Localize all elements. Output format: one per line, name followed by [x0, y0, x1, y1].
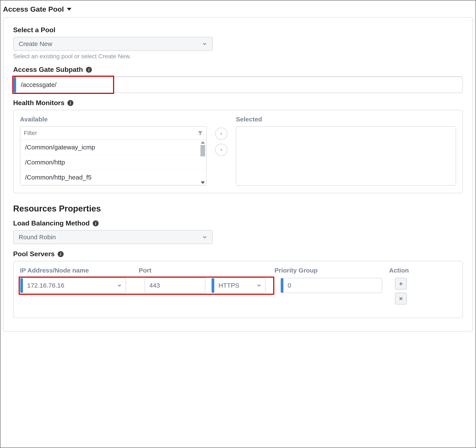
chevron-down-icon [202, 234, 207, 240]
server-priority-input[interactable] [283, 282, 382, 289]
col-header-priority: Priority Group [274, 267, 389, 274]
filter-icon[interactable] [197, 130, 203, 136]
col-header-action: Action [389, 267, 456, 274]
col-header-port: Port [139, 267, 274, 274]
info-icon[interactable]: i [86, 67, 92, 73]
required-marker [20, 278, 23, 293]
chevron-down-icon [202, 41, 207, 47]
lb-method-label-text: Load Balancing Method [13, 219, 90, 227]
available-items: /Common/gateway_icmp /Common/http /Commo… [20, 140, 206, 185]
scroll-down-icon[interactable] [201, 181, 205, 184]
pool-select-label-text: Select a Pool [13, 26, 55, 34]
monitors-dual-list: Available /Common/gateway_icmp /Common/h… [13, 110, 463, 193]
selected-label: Selected [236, 116, 456, 123]
subpath-label-text: Access Gate Subpath [13, 66, 83, 73]
filter-row [20, 127, 206, 140]
server-protocol-value: HTTPS [214, 282, 265, 289]
scroll-up-icon[interactable] [201, 141, 205, 144]
servers-table: IP Address/Node name Port Priority Group… [13, 261, 463, 318]
available-label: Available [20, 116, 207, 123]
servers-label-text: Pool Servers [13, 250, 55, 258]
section-header[interactable]: Access Gate Pool [3, 5, 72, 13]
list-item[interactable]: /Common/http [20, 155, 206, 170]
add-server-button[interactable]: + [395, 278, 407, 290]
server-ip-select[interactable]: 172.16.76.16 [20, 278, 126, 293]
lb-method-value: Round Robin [19, 233, 56, 241]
servers-header-row: IP Address/Node name Port Priority Group… [20, 267, 456, 274]
move-left-button[interactable] [215, 127, 227, 140]
pool-select-label: Select a Pool [13, 26, 463, 34]
server-port-input-wrap [145, 278, 205, 293]
selected-listbox [236, 126, 456, 186]
required-marker [212, 278, 214, 293]
available-listbox: /Common/gateway_icmp /Common/http /Commo… [20, 126, 207, 186]
monitors-label-text: Health Monitors [13, 99, 64, 107]
required-marker [14, 77, 16, 93]
required-marker [281, 278, 283, 293]
info-icon[interactable]: i [68, 100, 74, 106]
server-row: 172.16.76.16 HTTPS [20, 278, 456, 304]
remove-server-button[interactable]: × [395, 293, 407, 304]
monitors-label: Health Monitors i [13, 99, 463, 107]
list-item[interactable]: /Common/http_head_f5 [20, 170, 206, 185]
pool-select-helper: Select an existing pool or select Create… [13, 53, 463, 60]
section-title: Access Gate Pool [3, 5, 64, 13]
server-port-input[interactable] [145, 282, 205, 289]
config-panel: Select a Pool Create New Select an exist… [3, 17, 473, 332]
resources-heading: Resources Properties [13, 204, 463, 213]
server-ip-value: 172.16.76.16 [23, 282, 125, 289]
info-icon[interactable]: i [58, 251, 64, 257]
move-right-button[interactable] [215, 144, 227, 156]
lb-method-select[interactable]: Round Robin [13, 230, 213, 244]
caret-down-icon [67, 8, 72, 11]
subpath-label: Access Gate Subpath i [13, 66, 463, 73]
col-header-ip: IP Address/Node name [20, 267, 139, 274]
subpath-input[interactable] [16, 77, 462, 93]
pool-select-value: Create New [19, 40, 52, 47]
monitors-selected-column: Selected [236, 116, 456, 186]
lb-method-label: Load Balancing Method i [13, 219, 463, 227]
servers-label: Pool Servers i [13, 250, 463, 258]
pool-select[interactable]: Create New [13, 37, 213, 51]
monitor-filter-input[interactable] [23, 129, 197, 137]
scroll-thumb[interactable] [200, 145, 205, 156]
list-item[interactable]: /Common/gateway_icmp [20, 140, 206, 155]
scrollbar[interactable] [200, 140, 206, 185]
monitors-available-column: Available /Common/gateway_icmp /Common/h… [20, 116, 207, 186]
info-icon[interactable]: i [93, 220, 99, 226]
server-protocol-select[interactable]: HTTPS [211, 278, 266, 293]
server-priority-input-wrap [280, 278, 382, 293]
subpath-input-wrap [13, 77, 463, 93]
move-buttons [215, 127, 227, 156]
